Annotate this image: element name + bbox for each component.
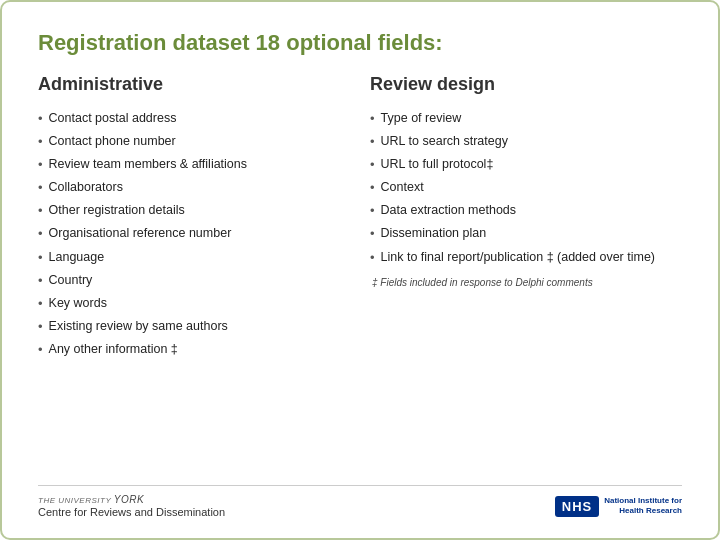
- admin-list: Contact postal address Contact phone num…: [38, 107, 350, 362]
- list-item: Organisational reference number: [38, 223, 350, 246]
- footnote-text: ‡ Fields included in response to Delphi …: [372, 277, 682, 288]
- review-heading: Review design: [370, 74, 682, 95]
- list-item: Collaborators: [38, 177, 350, 200]
- admin-column: Administrative Contact postal address Co…: [38, 74, 350, 475]
- columns-container: Administrative Contact postal address Co…: [38, 74, 682, 475]
- list-item: Link to final report/publication ‡ (adde…: [370, 246, 682, 269]
- slide-title: Registration dataset 18 optional fields:: [38, 30, 682, 56]
- nhs-wrapper: NHS National Institute for Health Resear…: [555, 496, 682, 517]
- list-item: Contact postal address: [38, 107, 350, 130]
- list-item: Key words: [38, 293, 350, 316]
- nhs-badge: NHS: [555, 496, 599, 517]
- list-item: Context: [370, 177, 682, 200]
- footer-right: NHS National Institute for Health Resear…: [555, 496, 682, 517]
- review-column: Review design Type of review URL to sear…: [370, 74, 682, 475]
- list-item: Data extraction methods: [370, 200, 682, 223]
- list-item: Existing review by same authors: [38, 316, 350, 339]
- list-item: Country: [38, 269, 350, 292]
- university-name: York: [114, 494, 144, 505]
- admin-heading: Administrative: [38, 74, 350, 95]
- list-item: URL to search strategy: [370, 130, 682, 153]
- nhs-sub-label: National Institute for Health Research: [604, 496, 682, 517]
- footer-left: THE UNIVERSITY York Centre for Reviews a…: [38, 494, 225, 518]
- list-item: URL to full protocol‡: [370, 153, 682, 176]
- list-item: Contact phone number: [38, 130, 350, 153]
- university-label: THE UNIVERSITY York: [38, 494, 225, 505]
- list-item: Language: [38, 246, 350, 269]
- footnote-area: ‡ Fields included in response to Delphi …: [370, 277, 682, 288]
- footer: THE UNIVERSITY York Centre for Reviews a…: [38, 485, 682, 518]
- list-item: Any other information ‡: [38, 339, 350, 362]
- review-list: Type of review URL to search strategy UR…: [370, 107, 682, 269]
- nhs-top: NHS National Institute for Health Resear…: [555, 496, 682, 517]
- slide: Registration dataset 18 optional fields:…: [0, 0, 720, 540]
- list-item: Type of review: [370, 107, 682, 130]
- crd-label: Centre for Reviews and Dissemination: [38, 506, 225, 518]
- list-item: Review team members & affiliations: [38, 153, 350, 176]
- list-item: Other registration details: [38, 200, 350, 223]
- list-item: Dissemination plan: [370, 223, 682, 246]
